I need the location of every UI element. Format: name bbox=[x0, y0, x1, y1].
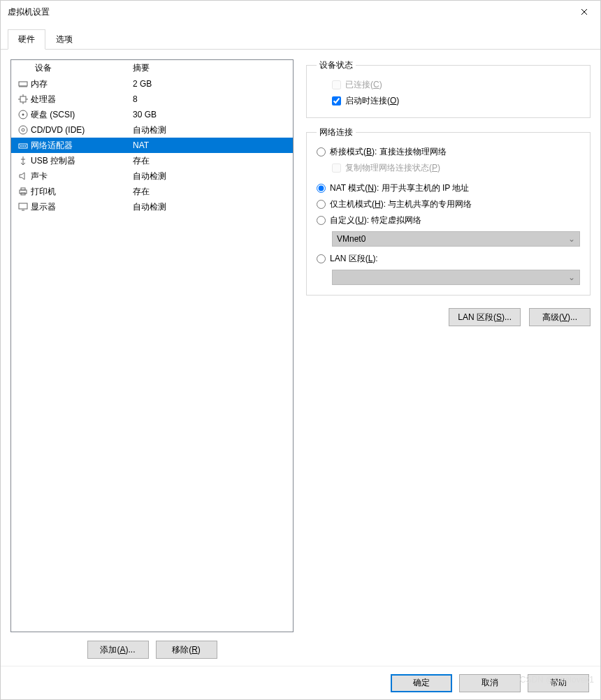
svg-rect-0 bbox=[19, 82, 27, 86]
device-row-7[interactable]: 打印机存在 bbox=[11, 184, 293, 199]
connect-poweron-label: 启动时连接(O) bbox=[345, 95, 399, 107]
hostonly-radio[interactable] bbox=[317, 200, 326, 209]
replicate-label: 复制物理网络连接状态(P) bbox=[345, 162, 440, 174]
close-button[interactable] bbox=[568, 1, 600, 23]
svg-point-8 bbox=[22, 145, 24, 147]
ok-button[interactable]: 确定 bbox=[391, 674, 452, 692]
custom-vmnet-value: VMnet0 bbox=[337, 234, 365, 244]
network-legend: 网络连接 bbox=[317, 126, 356, 138]
connected-row: 已连接(C) bbox=[317, 77, 580, 93]
device-row-4[interactable]: 网络适配器NAT bbox=[11, 138, 293, 153]
device-row-5[interactable]: USB 控制器存在 bbox=[11, 153, 293, 168]
device-status-group: 设备状态 已连接(C) 启动时连接(O) bbox=[306, 59, 591, 118]
custom-radio[interactable] bbox=[317, 216, 326, 225]
cd-icon bbox=[15, 124, 31, 136]
device-label: 声卡 bbox=[31, 170, 133, 182]
disk-icon bbox=[15, 109, 31, 120]
bridged-radio[interactable] bbox=[317, 147, 326, 156]
lan-segments-button[interactable]: LAN 区段(S)... bbox=[449, 308, 521, 326]
titlebar: 虚拟机设置 bbox=[1, 1, 600, 23]
tab-hardware[interactable]: 硬件 bbox=[8, 29, 45, 50]
device-label: 显示器 bbox=[31, 201, 133, 213]
left-panel: 设备 摘要 内存2 GB处理器8硬盘 (SCSI)30 GBCD/DVD (ID… bbox=[10, 59, 294, 659]
svg-rect-13 bbox=[19, 203, 27, 209]
svg-point-5 bbox=[22, 129, 24, 131]
tab-options[interactable]: 选项 bbox=[45, 29, 83, 50]
svg-point-7 bbox=[20, 145, 22, 147]
svg-rect-1 bbox=[20, 96, 26, 102]
device-list[interactable]: 设备 摘要 内存2 GB处理器8硬盘 (SCSI)30 GBCD/DVD (ID… bbox=[10, 59, 294, 632]
nat-row[interactable]: NAT 模式(N): 用于共享主机的 IP 地址 bbox=[317, 180, 580, 196]
device-label: CD/DVD (IDE) bbox=[31, 125, 133, 135]
device-summary: 8 bbox=[133, 94, 289, 104]
lanseg-dropdown: ⌄ bbox=[332, 270, 580, 285]
connected-checkbox bbox=[332, 80, 341, 89]
bridged-label: 桥接模式(B): 直接连接物理网络 bbox=[330, 146, 447, 158]
device-summary: 自动检测 bbox=[133, 170, 289, 182]
svg-point-4 bbox=[19, 126, 27, 134]
device-row-3[interactable]: CD/DVD (IDE)自动检测 bbox=[11, 122, 293, 138]
device-label: 处理器 bbox=[31, 94, 133, 105]
close-icon bbox=[581, 8, 588, 15]
device-label: 打印机 bbox=[31, 186, 133, 198]
window-title: 虚拟机设置 bbox=[8, 6, 568, 18]
right-panel: 设备状态 已连接(C) 启动时连接(O) 网络连接 桥接模式(B): 直接连接物… bbox=[306, 59, 591, 659]
tab-bar: 硬件 选项 bbox=[1, 23, 600, 50]
hostonly-label: 仅主机模式(H): 与主机共享的专用网络 bbox=[330, 198, 472, 210]
device-summary: 2 GB bbox=[133, 79, 289, 89]
device-summary: 存在 bbox=[133, 155, 289, 167]
nat-radio[interactable] bbox=[317, 184, 326, 193]
status-legend: 设备状态 bbox=[317, 59, 356, 71]
connect-poweron-row[interactable]: 启动时连接(O) bbox=[317, 93, 580, 109]
device-summary: 自动检测 bbox=[133, 124, 289, 136]
svg-rect-11 bbox=[21, 188, 25, 190]
right-buttons: LAN 区段(S)... 高级(V)... bbox=[306, 304, 591, 326]
device-row-8[interactable]: 显示器自动检测 bbox=[11, 199, 293, 214]
custom-vmnet-dropdown: VMnet0 ⌄ bbox=[332, 231, 580, 247]
replicate-row: 复制物理网络连接状态(P) bbox=[317, 160, 580, 176]
device-row-1[interactable]: 处理器8 bbox=[11, 92, 293, 107]
hostonly-row[interactable]: 仅主机模式(H): 与主机共享的专用网络 bbox=[317, 196, 580, 212]
device-row-6[interactable]: 声卡自动检测 bbox=[11, 168, 293, 184]
device-summary: 自动检测 bbox=[133, 201, 289, 213]
dialog-footer: 确定 取消 帮助 bbox=[1, 666, 600, 699]
help-button[interactable]: 帮助 bbox=[528, 674, 589, 692]
list-header: 设备 摘要 bbox=[11, 60, 293, 76]
chevron-down-icon: ⌄ bbox=[568, 234, 575, 244]
device-summary: 存在 bbox=[133, 186, 289, 198]
replicate-checkbox bbox=[332, 163, 341, 173]
usb-icon bbox=[15, 155, 31, 166]
printer-icon bbox=[15, 186, 31, 197]
device-row-0[interactable]: 内存2 GB bbox=[11, 76, 293, 92]
cancel-button[interactable]: 取消 bbox=[459, 674, 521, 692]
nat-label: NAT 模式(N): 用于共享主机的 IP 地址 bbox=[330, 182, 469, 194]
remove-button[interactable]: 移除(R) bbox=[156, 641, 217, 659]
vm-settings-dialog: 虚拟机设置 硬件 选项 设备 摘要 内存2 GB处理器8硬盘 (SCSI)30 … bbox=[0, 0, 601, 700]
svg-point-3 bbox=[22, 114, 24, 116]
network-icon bbox=[15, 140, 31, 151]
connect-poweron-checkbox[interactable] bbox=[332, 96, 341, 105]
memory-icon bbox=[15, 78, 31, 89]
svg-point-9 bbox=[24, 145, 26, 147]
cpu-icon bbox=[15, 94, 31, 105]
sound-icon bbox=[15, 170, 31, 182]
display-icon bbox=[15, 201, 31, 212]
connected-label: 已连接(C) bbox=[345, 79, 382, 91]
custom-row[interactable]: 自定义(U): 特定虚拟网络 bbox=[317, 212, 580, 228]
lanseg-row[interactable]: LAN 区段(L): bbox=[317, 251, 580, 267]
device-label: 硬盘 (SCSI) bbox=[31, 109, 133, 121]
advanced-button[interactable]: 高级(V)... bbox=[529, 308, 591, 326]
device-label: USB 控制器 bbox=[31, 155, 133, 167]
header-summary: 摘要 bbox=[133, 62, 289, 74]
lanseg-radio[interactable] bbox=[317, 254, 326, 263]
device-label: 网络适配器 bbox=[31, 140, 133, 152]
content-area: 设备 摘要 内存2 GB处理器8硬盘 (SCSI)30 GBCD/DVD (ID… bbox=[1, 50, 600, 666]
device-summary: NAT bbox=[133, 140, 289, 150]
header-device: 设备 bbox=[15, 62, 133, 74]
left-buttons: 添加(A)... 移除(R) bbox=[10, 632, 294, 659]
device-row-2[interactable]: 硬盘 (SCSI)30 GB bbox=[11, 107, 293, 122]
add-button[interactable]: 添加(A)... bbox=[87, 641, 149, 659]
network-connection-group: 网络连接 桥接模式(B): 直接连接物理网络 复制物理网络连接状态(P) NAT… bbox=[306, 126, 591, 296]
bridged-row[interactable]: 桥接模式(B): 直接连接物理网络 bbox=[317, 144, 580, 160]
device-summary: 30 GB bbox=[133, 110, 289, 119]
